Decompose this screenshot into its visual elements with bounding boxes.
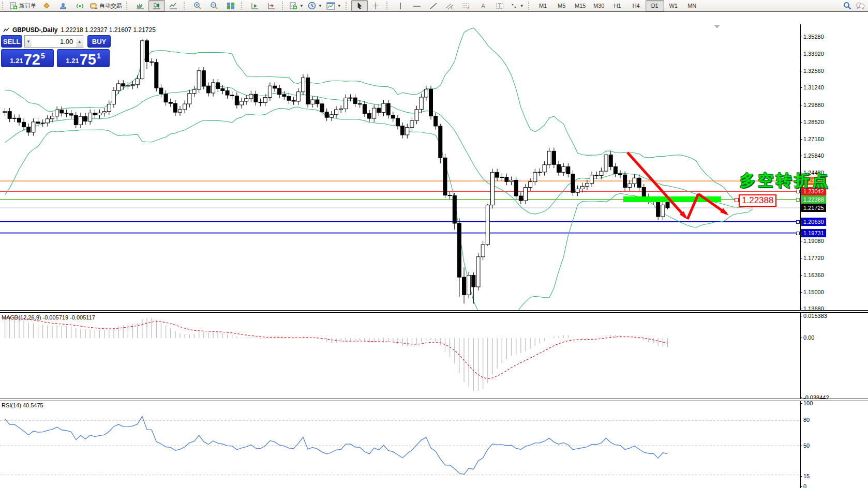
crosshair-icon [372,2,380,10]
fibonacci-tool-button[interactable]: F [458,0,475,11]
signals-icon [76,2,84,10]
candlestick-mode-button[interactable] [148,0,165,11]
candle [296,92,300,101]
rsi-pane-separator[interactable] [0,399,868,401]
level-endpoint-marker [796,220,800,224]
text-label-tool-button[interactable]: T [491,0,508,11]
tile-windows-icon [227,2,235,10]
history-center-button[interactable] [38,0,55,11]
timeframe-h1[interactable]: H1 [608,0,627,11]
toolbar-handle[interactable] [2,2,6,10]
volume-increase-button[interactable]: ▲ [76,35,83,48]
macd-signal-line [5,317,668,378]
candle [46,119,49,123]
horizontal-line-tool-button[interactable] [409,0,425,11]
toolbar-handle[interactable] [241,2,245,10]
volume-input[interactable] [32,35,76,48]
timeframe-m1[interactable]: M1 [534,0,552,11]
candle [566,166,570,174]
candle [457,223,461,277]
periods-button[interactable]: ▼ [306,0,324,11]
candle [505,177,508,182]
mt4-window: 新订单 自动交易 [0,0,868,488]
candle [140,41,144,79]
timeframe-h4[interactable]: H4 [627,0,646,11]
price-tick-1.19080: 1.19080 [803,238,824,244]
cursor-tool-button[interactable] [351,0,368,11]
auto-trading-button[interactable]: 自动交易 [88,0,124,11]
timeframe-w1[interactable]: W1 [664,0,683,11]
new-order-button[interactable]: 新订单 [8,0,38,11]
turning-point-annotation[interactable]: 多空转折点 [740,170,830,191]
chart-corner-icon [3,27,9,33]
price-tick-1.29880: 1.29880 [803,102,824,108]
candle [547,151,551,164]
text-label-icon: T [496,2,504,10]
text-tool-button[interactable]: A [475,0,491,11]
candle [349,98,352,98]
rsi-tick-15: 15 [803,473,810,479]
level-endpoint-marker [796,198,800,202]
signals-button[interactable] [71,0,88,11]
buy-price-display[interactable]: 1.21 75 1 [57,49,110,67]
candle [600,171,603,176]
timeframe-d1[interactable]: D1 [646,0,664,11]
crosshair-tool-button[interactable] [368,0,384,11]
line-chart-mode-button[interactable] [165,0,182,11]
indicators-button[interactable]: ▼ [288,0,306,11]
candle [486,205,489,245]
community-button[interactable] [55,0,71,11]
zoom-in-button[interactable] [189,0,206,11]
arrows-tool-button[interactable]: ▼ [508,0,526,11]
candlestick-chart[interactable] [0,12,801,488]
toolbar-handle[interactable] [282,2,286,10]
zoom-out-button[interactable] [206,0,222,11]
chart-shift-icon [267,2,276,10]
text-a-icon: A [480,2,487,10]
toolbar-handle[interactable] [346,2,350,10]
buy-button[interactable]: BUY [87,35,111,48]
chat-icon[interactable] [856,2,865,10]
trendline-tool-button[interactable] [425,0,442,11]
timeframe-m15[interactable]: M15 [571,0,590,11]
toolbar-handle[interactable] [528,2,532,10]
price-tick-1.32560: 1.32560 [803,68,824,74]
price-badge-1.22388: 1.22388 [801,195,826,204]
toolbar-handle[interactable] [184,2,188,10]
chart-shift-marker[interactable] [714,25,720,28]
candle [259,102,262,102]
dropdown-caret-icon: ▼ [520,4,524,8]
candle [410,120,414,127]
buy-price-main: 75 [80,53,96,66]
candle [206,86,210,93]
candle [325,112,328,117]
candle [424,89,428,97]
tile-windows-button[interactable] [222,0,239,11]
candle [178,110,182,112]
macd-pane-separator[interactable] [0,310,868,313]
vertical-line-tool-button[interactable] [392,0,409,11]
templates-button[interactable]: ▼ [324,0,343,11]
candle [415,110,418,121]
auto-scroll-button[interactable] [247,0,263,11]
candle [155,63,158,88]
timeframe-m5[interactable]: M5 [552,0,571,11]
candle [301,78,305,91]
candle [666,202,669,208]
channel-tool-button[interactable]: E [442,0,458,11]
candle [335,110,338,115]
volume-decrease-button[interactable]: ▼ [24,35,32,48]
price-tag-label[interactable]: 1.22388 [739,194,776,207]
sell-button[interactable]: SELL [1,35,22,48]
chart-shift-button[interactable] [263,0,280,11]
candle [12,118,16,118]
sell-price-display[interactable]: 1.21 72 5 [1,49,54,67]
bar-chart-mode-button[interactable] [132,0,148,11]
timeframe-mn[interactable]: MN [683,0,701,11]
candle [164,94,168,102]
toolbar-handle[interactable] [126,2,130,10]
timeframe-m30[interactable]: M30 [590,0,608,11]
search-icon[interactable] [843,2,851,10]
toolbar-handle[interactable] [386,2,391,10]
price-tick-1.16360: 1.16360 [803,272,824,278]
